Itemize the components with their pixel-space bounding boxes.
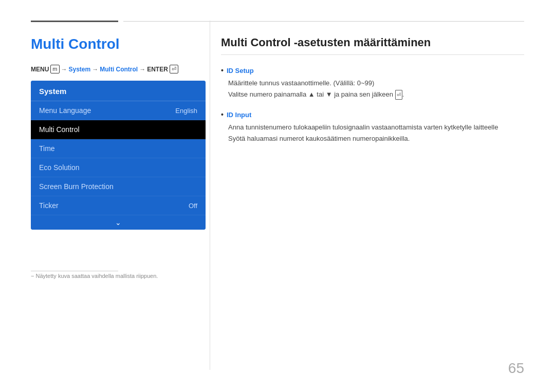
id-input-line-1: Anna tunnistenumero tulokaapeliin tulosi… xyxy=(228,122,524,133)
path-multi-control: Multi Control xyxy=(100,66,138,73)
menu-item-menu-language[interactable]: Menu Language English xyxy=(31,101,206,120)
section-id-setup: • ID Setup Määrittele tunnus vastaanotti… xyxy=(221,66,524,100)
right-column: Multi Control -asetusten määrittäminen •… xyxy=(221,36,524,155)
id-setup-line-2: Valitse numero painamalla ▲ tai ▼ ja pai… xyxy=(228,89,524,100)
menu-item-screen-burn-label: Screen Burn Protection xyxy=(39,182,114,191)
menu-item-ticker-label: Ticker xyxy=(39,201,59,210)
menu-item-menu-language-label: Menu Language xyxy=(39,106,91,115)
menu-keyword: MENU xyxy=(31,66,49,73)
id-input-line-2: Syötä haluamasi numerot kaukosäätimen nu… xyxy=(228,133,524,144)
section-id-setup-label: ID Setup xyxy=(227,67,254,74)
menu-icon: m xyxy=(50,65,59,73)
top-decorative-lines xyxy=(31,21,524,22)
arrow-3: → xyxy=(139,66,145,73)
menu-item-ticker[interactable]: Ticker Off xyxy=(31,196,206,215)
top-line-short xyxy=(31,21,118,22)
menu-item-eco-solution[interactable]: Eco Solution xyxy=(31,158,206,177)
arrow-1: → xyxy=(61,66,67,73)
path-system: System xyxy=(69,66,91,73)
left-column: Multi Control MENU m → System → Multi Co… xyxy=(31,36,206,230)
system-panel-header: System xyxy=(31,81,206,101)
enter-icon: ⏎ xyxy=(170,65,178,73)
page-number: 65 xyxy=(508,360,524,377)
top-line-long xyxy=(123,21,524,22)
menu-item-multi-control-label: Multi Control xyxy=(39,125,80,134)
bottom-line xyxy=(31,271,118,271)
menu-item-eco-solution-label: Eco Solution xyxy=(39,163,80,172)
section-id-setup-title: • ID Setup xyxy=(221,66,524,74)
bottom-note-text: − Näytetty kuva saattaa vaihdella mallis… xyxy=(31,273,158,279)
menu-item-time[interactable]: Time xyxy=(31,139,206,158)
arrow-2: → xyxy=(92,66,98,73)
section-id-input-label: ID Input xyxy=(227,111,251,119)
bottom-note: − Näytetty kuva saattaa vaihdella mallis… xyxy=(31,273,158,279)
enter-inline-icon: ⏎ xyxy=(395,90,402,100)
bullet-icon: • xyxy=(221,66,224,74)
section-id-setup-body: Määrittele tunnus vastaanottimelle. (Väl… xyxy=(228,78,524,100)
menu-item-time-label: Time xyxy=(39,144,55,153)
menu-item-multi-control[interactable]: Multi Control xyxy=(31,120,206,139)
section-id-input: • ID Input Anna tunnistenumero tulokaape… xyxy=(221,110,524,144)
menu-item-ticker-value: Off xyxy=(189,202,197,210)
menu-path: MENU m → System → Multi Control → ENTER … xyxy=(31,65,206,73)
system-panel: System Menu Language English Multi Contr… xyxy=(31,81,206,230)
section-id-input-body: Anna tunnistenumero tulokaapeliin tulosi… xyxy=(228,122,524,144)
vertical-divider xyxy=(210,21,210,370)
chevron-row[interactable]: ⌄ xyxy=(31,215,206,230)
chevron-down-icon: ⌄ xyxy=(115,218,121,227)
menu-item-menu-language-value: English xyxy=(175,107,197,115)
section-id-input-title: • ID Input xyxy=(221,110,524,119)
right-title: Multi Control -asetusten määrittäminen xyxy=(221,36,524,55)
bullet-icon-2: • xyxy=(221,110,224,119)
page-title: Multi Control xyxy=(31,36,206,52)
id-setup-line-1: Määrittele tunnus vastaanottimelle. (Väl… xyxy=(228,78,524,89)
menu-item-screen-burn[interactable]: Screen Burn Protection xyxy=(31,177,206,196)
enter-keyword: ENTER xyxy=(147,66,168,73)
